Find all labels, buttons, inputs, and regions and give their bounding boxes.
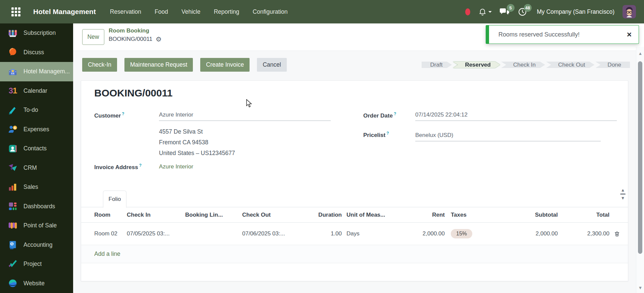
help-icon: ?: [122, 112, 124, 116]
pager-down-icon[interactable]: ▼: [621, 196, 625, 200]
cell-check-out[interactable]: 07/06/2025 03:...: [242, 230, 296, 237]
customer-field[interactable]: Azure Interior: [159, 112, 331, 121]
messages-badge: 5: [507, 4, 515, 12]
address-line: Fremont CA 94538: [159, 137, 235, 148]
help-icon: ?: [386, 131, 389, 136]
sidebar-item-label: Subscription: [23, 29, 56, 36]
todo-icon: [7, 104, 19, 116]
cell-taxes[interactable]: 15%: [445, 229, 503, 238]
list-pager: ▲ ▼: [620, 188, 626, 200]
sidebar-item-label: Sales: [23, 184, 38, 191]
dashboards-icon: [7, 200, 19, 212]
create-invoice-button[interactable]: Create Invoice: [200, 58, 250, 72]
messages-button[interactable]: 5: [500, 7, 510, 16]
record-dot-icon: [465, 8, 470, 15]
pager-up-icon[interactable]: ▲: [621, 188, 625, 192]
chevron-down-icon: [488, 11, 492, 13]
cell-total[interactable]: 2,300.00: [558, 230, 609, 237]
help-icon: ?: [394, 112, 396, 116]
status-step-done[interactable]: Done: [595, 62, 630, 68]
cell-uom[interactable]: Days: [342, 230, 398, 237]
sidebar-item-project[interactable]: Project: [0, 254, 73, 274]
company-switcher[interactable]: My Company (San Francisco): [537, 8, 614, 15]
sidebar-item-label: Dashboards: [23, 203, 55, 210]
delete-row-button[interactable]: [609, 231, 624, 237]
scrollbar-thumb[interactable]: [638, 61, 642, 254]
vertical-scrollbar[interactable]: ▲ ▼: [636, 47, 644, 293]
sales-icon: [7, 181, 19, 193]
sidebar-item-website[interactable]: Website: [0, 274, 73, 293]
gear-icon[interactable]: ⚙: [156, 36, 162, 43]
address-line: United States – US12345677: [159, 148, 235, 158]
sidebar-item-calendar[interactable]: 31 Calendar: [0, 81, 73, 101]
sidebar-item-dashboards[interactable]: Dashboards: [0, 197, 73, 216]
menu-configuration[interactable]: Configuration: [253, 8, 287, 15]
hotel-management-app: Hotel Management Reservation Food Vehicl…: [0, 0, 644, 293]
customer-label: Customer?: [94, 112, 124, 119]
breadcrumb-room-booking[interactable]: Room Booking: [109, 27, 162, 34]
sidebar-item-accounting[interactable]: $ Accounting: [0, 235, 73, 255]
invoice-address-label: Invoice Address?: [94, 163, 142, 171]
status-step-draft[interactable]: Draft: [422, 62, 452, 68]
menu-vehicle[interactable]: Vehicle: [181, 8, 200, 15]
scroll-down-icon[interactable]: ▼: [636, 285, 644, 290]
sidebar-item-label: Expenses: [23, 126, 49, 133]
svg-text:$: $: [11, 242, 13, 246]
accounting-icon: $: [7, 239, 19, 251]
order-date-field[interactable]: 07/14/2025 22:04:12: [415, 112, 617, 121]
sidebar-item-discuss[interactable]: Discuss: [0, 43, 73, 62]
check-in-button[interactable]: Check-In: [82, 58, 117, 72]
cell-subtotal[interactable]: 2,000.00: [503, 230, 558, 237]
sidebar-item-label: CRM: [23, 164, 37, 171]
pager-handle-icon[interactable]: [620, 194, 626, 195]
notifications-bell[interactable]: [478, 8, 492, 16]
add-line-row: Add a line: [81, 245, 628, 263]
status-step-check-out[interactable]: Check Out: [546, 62, 594, 68]
menu-reservation[interactable]: Reservation: [110, 8, 141, 15]
help-icon: ?: [139, 163, 142, 168]
breadcrumb: Room Booking BOOKING/00011 ⚙: [109, 27, 162, 43]
toast-message: Rooms reserved Successfully!: [498, 31, 580, 38]
cell-check-in[interactable]: 07/05/2025 03:...: [127, 230, 185, 237]
cell-duration[interactable]: 1.00: [296, 230, 342, 237]
sidebar-item-crm[interactable]: CRM: [0, 158, 73, 178]
website-icon: [7, 277, 19, 289]
svg-text:$: $: [14, 126, 16, 130]
menu-reporting[interactable]: Reporting: [214, 8, 239, 15]
menu-food[interactable]: Food: [155, 8, 168, 15]
address-line: 4557 De Silva St: [159, 126, 235, 137]
cell-rent[interactable]: 2,000.00: [398, 230, 445, 237]
col-duration: Duration: [296, 212, 342, 218]
pricelist-field[interactable]: Benelux (USD): [415, 132, 601, 141]
add-a-line-link[interactable]: Add a line: [94, 250, 120, 258]
sidebar-item-label: Calendar: [23, 87, 47, 94]
status-step-reserved[interactable]: Reserved: [453, 62, 500, 68]
sidebar-item-sales[interactable]: Sales: [0, 177, 73, 197]
sidebar-item-contacts[interactable]: Contacts: [0, 139, 73, 158]
crm-icon: [7, 162, 19, 174]
apps-grid-icon[interactable]: [11, 7, 20, 16]
user-avatar[interactable]: [623, 5, 636, 18]
sidebar-item-point-of-sale[interactable]: Point of Sale: [0, 216, 73, 235]
maintenance-request-button[interactable]: Maintenance Request: [124, 58, 193, 72]
tab-folio[interactable]: Folio: [103, 191, 126, 208]
project-icon: [7, 258, 19, 270]
sidebar-item-expenses[interactable]: $ Expenses: [0, 120, 73, 139]
tax-badge[interactable]: 15%: [451, 229, 472, 238]
status-step-check-in[interactable]: Check In: [501, 62, 545, 68]
cell-room[interactable]: Room 02: [94, 230, 127, 237]
close-icon[interactable]: ✕: [627, 31, 632, 39]
col-check-in: Check In: [127, 212, 185, 218]
sidebar-item-hotel-management[interactable]: Hotel Managem...: [0, 62, 73, 81]
sidebar-item-todo[interactable]: To-do: [0, 100, 73, 120]
app-sidebar: Subscription Discuss: [0, 23, 73, 293]
activities-button[interactable]: 48: [518, 7, 527, 16]
toast-notification: Rooms reserved Successfully! ✕: [486, 25, 639, 44]
new-button[interactable]: New: [82, 29, 104, 45]
sidebar-item-subscription[interactable]: Subscription: [0, 23, 73, 43]
cancel-button[interactable]: Cancel: [257, 58, 286, 72]
col-booking-line: Booking Lin...: [185, 212, 242, 218]
scroll-up-icon[interactable]: ▲: [636, 51, 644, 56]
bell-icon: [478, 8, 487, 16]
invoice-address-field[interactable]: Azure Interior: [159, 163, 193, 172]
